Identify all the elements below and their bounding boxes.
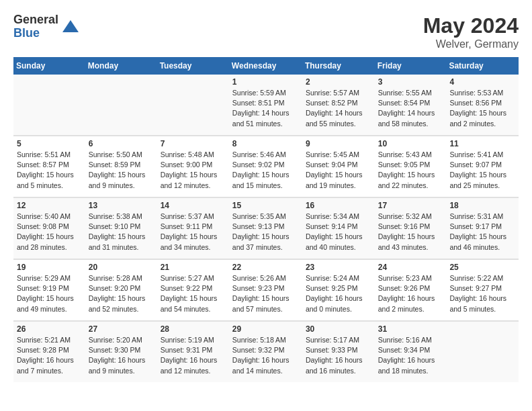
day-info: Sunrise: 5:38 AMSunset: 9:10 PMDaylight:… [89, 212, 154, 253]
calendar-cell: 11Sunrise: 5:41 AMSunset: 9:07 PMDayligh… [446, 136, 519, 197]
svg-marker-0 [62, 20, 79, 32]
logo-blue: Blue [13, 27, 58, 40]
daylight-text: Daylight: 15 hours and 19 minutes. [306, 171, 363, 189]
day-number: 11 [449, 139, 515, 148]
calendar-cell: 21Sunrise: 5:27 AMSunset: 9:22 PMDayligh… [157, 260, 229, 320]
sunset-text: Sunset: 9:28 PM [17, 346, 69, 354]
header-row: SundayMondayTuesdayWednesdayThursdayFrid… [13, 57, 519, 75]
daylight-text: Daylight: 15 hours and 49 minutes. [17, 294, 74, 312]
sunrise-text: Sunrise: 5:28 AM [89, 274, 142, 282]
day-info: Sunrise: 5:27 AMSunset: 9:22 PMDaylight:… [161, 273, 226, 314]
sunrise-text: Sunrise: 5:59 AM [232, 89, 286, 97]
sunrise-text: Sunrise: 5:17 AM [306, 336, 359, 344]
day-number: 27 [89, 324, 154, 334]
sunrise-text: Sunrise: 5:46 AM [232, 150, 286, 158]
day-number: 31 [378, 324, 443, 334]
sunset-text: Sunset: 9:30 PM [89, 346, 141, 354]
sunset-text: Sunset: 9:10 PM [89, 222, 141, 230]
sunset-text: Sunset: 9:27 PM [449, 284, 502, 292]
daylight-text: Daylight: 15 hours and 37 minutes. [232, 232, 290, 250]
calendar-cell: 19Sunrise: 5:29 AMSunset: 9:19 PMDayligh… [13, 260, 85, 320]
sunset-text: Sunset: 9:34 PM [378, 346, 431, 354]
sunset-text: Sunset: 8:57 PM [17, 161, 69, 169]
sunrise-text: Sunrise: 5:34 AM [306, 212, 359, 220]
calendar-cell: 24Sunrise: 5:23 AMSunset: 9:26 PMDayligh… [375, 260, 447, 320]
sunset-text: Sunset: 9:31 PM [161, 346, 213, 354]
sunset-text: Sunset: 9:19 PM [17, 284, 69, 292]
calendar-cell: 9Sunrise: 5:45 AMSunset: 9:04 PMDaylight… [302, 136, 375, 197]
day-info: Sunrise: 5:23 AMSunset: 9:26 PMDaylight:… [378, 273, 443, 314]
sunset-text: Sunset: 9:02 PM [232, 161, 285, 169]
day-number: 12 [17, 201, 82, 210]
daylight-text: Daylight: 16 hours and 0 minutes. [306, 294, 363, 312]
calendar-cell: 3Sunrise: 5:55 AMSunset: 8:54 PMDaylight… [375, 75, 447, 135]
calendar-cell: 5Sunrise: 5:51 AMSunset: 8:57 PMDaylight… [13, 136, 85, 197]
sunrise-text: Sunrise: 5:20 AM [89, 336, 142, 344]
calendar-cell: 7Sunrise: 5:48 AMSunset: 9:00 PMDaylight… [157, 136, 229, 197]
day-number: 20 [89, 263, 154, 272]
calendar-cell: 8Sunrise: 5:46 AMSunset: 9:02 PMDaylight… [229, 136, 302, 197]
day-number: 21 [161, 263, 226, 272]
sunset-text: Sunset: 9:20 PM [89, 284, 141, 292]
sunrise-text: Sunrise: 5:18 AM [232, 336, 286, 344]
location-title: Welver, Germany [423, 38, 519, 50]
daylight-text: Daylight: 15 hours and 15 minutes. [232, 171, 290, 189]
sunset-text: Sunset: 9:26 PM [378, 284, 431, 292]
day-info: Sunrise: 5:51 AMSunset: 8:57 PMDaylight:… [17, 150, 82, 191]
daylight-text: Daylight: 15 hours and 9 minutes. [89, 171, 146, 189]
sunset-text: Sunset: 9:16 PM [378, 222, 431, 230]
sunset-text: Sunset: 9:00 PM [161, 161, 213, 169]
sunset-text: Sunset: 9:08 PM [17, 222, 69, 230]
day-number: 4 [449, 77, 515, 87]
daylight-text: Daylight: 14 hours and 55 minutes. [306, 109, 363, 127]
calendar-cell: 26Sunrise: 5:21 AMSunset: 9:28 PMDayligh… [13, 322, 85, 382]
day-number: 8 [232, 139, 299, 148]
logo: General Blue [13, 13, 80, 40]
week-row-2: 5Sunrise: 5:51 AMSunset: 8:57 PMDaylight… [13, 136, 519, 197]
calendar-cell: 20Sunrise: 5:28 AMSunset: 9:20 PMDayligh… [85, 260, 157, 320]
calendar-cell: 12Sunrise: 5:40 AMSunset: 9:08 PMDayligh… [13, 198, 85, 259]
day-number: 25 [449, 263, 515, 272]
sunset-text: Sunset: 9:04 PM [306, 161, 358, 169]
day-number: 6 [89, 139, 154, 148]
month-title: May 2024 [423, 13, 519, 38]
sunset-text: Sunset: 9:32 PM [232, 346, 285, 354]
sunset-text: Sunset: 8:52 PM [306, 99, 358, 107]
daylight-text: Daylight: 15 hours and 25 minutes. [449, 171, 506, 189]
day-number: 24 [378, 263, 443, 272]
calendar-cell: 13Sunrise: 5:38 AMSunset: 9:10 PMDayligh… [85, 198, 157, 259]
calendar-cell: 15Sunrise: 5:35 AMSunset: 9:13 PMDayligh… [229, 198, 302, 259]
sunset-text: Sunset: 9:11 PM [161, 222, 213, 230]
daylight-text: Daylight: 16 hours and 7 minutes. [17, 356, 74, 374]
sunrise-text: Sunrise: 5:35 AM [232, 212, 286, 220]
day-number: 10 [378, 139, 443, 148]
day-info: Sunrise: 5:17 AMSunset: 9:33 PMDaylight:… [306, 335, 371, 376]
day-number: 2 [306, 77, 371, 87]
day-info: Sunrise: 5:20 AMSunset: 9:30 PMDaylight:… [89, 335, 154, 376]
header-day-saturday: Saturday [446, 57, 519, 75]
sunrise-text: Sunrise: 5:16 AM [378, 336, 432, 344]
day-info: Sunrise: 5:43 AMSunset: 9:05 PMDaylight:… [378, 150, 443, 191]
sunset-text: Sunset: 9:22 PM [161, 284, 213, 292]
logo-general: General [13, 13, 58, 27]
sunset-text: Sunset: 8:56 PM [449, 99, 502, 107]
day-info: Sunrise: 5:59 AMSunset: 8:51 PMDaylight:… [232, 88, 299, 129]
daylight-text: Daylight: 14 hours and 58 minutes. [378, 109, 435, 127]
day-number: 3 [378, 77, 443, 87]
week-row-5: 26Sunrise: 5:21 AMSunset: 9:28 PMDayligh… [13, 322, 519, 382]
day-number: 29 [232, 324, 299, 334]
sunset-text: Sunset: 9:17 PM [449, 222, 502, 230]
daylight-text: Daylight: 16 hours and 18 minutes. [378, 356, 435, 374]
daylight-text: Daylight: 15 hours and 5 minutes. [17, 171, 74, 189]
day-info: Sunrise: 5:28 AMSunset: 9:20 PMDaylight:… [89, 273, 154, 314]
calendar-cell: 22Sunrise: 5:26 AMSunset: 9:23 PMDayligh… [229, 260, 302, 320]
calendar-cell: 25Sunrise: 5:22 AMSunset: 9:27 PMDayligh… [446, 260, 519, 320]
day-info: Sunrise: 5:57 AMSunset: 8:52 PMDaylight:… [306, 88, 371, 129]
calendar-cell [13, 75, 85, 135]
day-info: Sunrise: 5:40 AMSunset: 9:08 PMDaylight:… [17, 212, 82, 253]
day-number: 16 [306, 201, 371, 210]
day-info: Sunrise: 5:26 AMSunset: 9:23 PMDaylight:… [232, 273, 299, 314]
day-info: Sunrise: 5:19 AMSunset: 9:31 PMDaylight:… [161, 335, 226, 376]
header-day-wednesday: Wednesday [229, 57, 302, 75]
day-info: Sunrise: 5:21 AMSunset: 9:28 PMDaylight:… [17, 335, 82, 376]
